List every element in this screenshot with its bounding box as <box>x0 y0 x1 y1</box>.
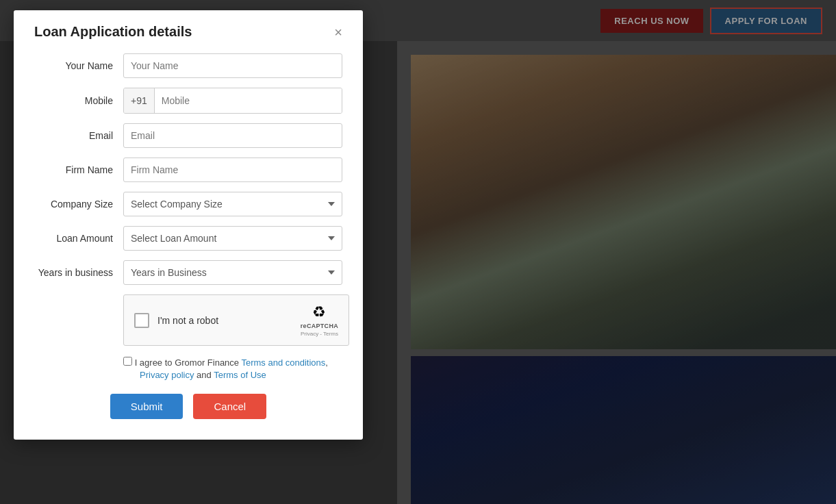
mobile-input[interactable] <box>155 88 342 113</box>
terms-line1: I agree to Gromor Finance Terms and cond… <box>123 355 342 368</box>
years-business-select[interactable]: Years in Business Less than 1 year 1-3 y… <box>123 260 342 285</box>
years-business-label: Years in business <box>34 267 123 278</box>
recaptcha-label: I'm not a robot <box>157 315 218 326</box>
recaptcha-left: I'm not a robot <box>134 313 218 328</box>
modal-title: Loan Application details <box>34 24 192 40</box>
recaptcha-box[interactable]: I'm not a robot ♻ reCAPTCHA Privacy - Te… <box>123 294 349 346</box>
terms-and: and <box>197 370 214 380</box>
firm-name-input[interactable] <box>123 158 342 182</box>
your-name-label: Your Name <box>34 60 123 71</box>
firm-name-label: Firm Name <box>34 164 123 175</box>
company-size-select[interactable]: Select Company Size 1-10 11-50 51-200 20… <box>123 192 342 216</box>
submit-button[interactable]: Submit <box>110 394 183 419</box>
company-size-label: Company Size <box>34 199 123 210</box>
your-name-input[interactable] <box>123 53 342 78</box>
terms-text1: I agree to Gromor Finance <box>135 357 242 368</box>
firm-name-group: Firm Name <box>34 158 342 182</box>
cancel-button[interactable]: Cancel <box>193 394 266 419</box>
mobile-label: Mobile <box>34 95 123 106</box>
terms-comma: , <box>325 357 328 368</box>
loan-amount-select[interactable]: Select Loan Amount Up to 5 Lakhs 5-10 La… <box>123 226 342 251</box>
recaptcha-privacy: Privacy - Terms <box>301 331 338 337</box>
mobile-input-wrapper: +91 <box>123 88 342 114</box>
terms-line2: Privacy policy and Terms of Use <box>140 370 342 380</box>
years-business-group: Years in business Years in Business Less… <box>34 260 342 285</box>
recaptcha-logo: ♻ reCAPTCHA Privacy - Terms <box>301 303 338 337</box>
loan-amount-group: Loan Amount Select Loan Amount Up to 5 L… <box>34 226 342 251</box>
terms-wrapper: I agree to Gromor Finance Terms and cond… <box>123 355 342 380</box>
button-row: Submit Cancel <box>34 394 342 419</box>
modal-header: Loan Application details × <box>34 24 342 40</box>
mobile-group: Mobile +91 <box>34 88 342 114</box>
modal-close-button[interactable]: × <box>334 25 342 39</box>
loan-application-modal: Loan Application details × Your Name Mob… <box>14 10 363 440</box>
recaptcha-icon: ♻ <box>312 303 326 321</box>
terms-link2[interactable]: Privacy policy <box>140 370 194 380</box>
email-input[interactable] <box>123 123 342 148</box>
company-size-group: Company Size Select Company Size 1-10 11… <box>34 192 342 216</box>
terms-link1[interactable]: Terms and conditions <box>241 357 325 368</box>
email-group: Email <box>34 123 342 148</box>
loan-amount-label: Loan Amount <box>34 233 123 244</box>
terms-link3[interactable]: Terms of Use <box>214 370 266 380</box>
mobile-prefix: +91 <box>124 88 155 113</box>
recaptcha-checkbox[interactable] <box>134 313 149 328</box>
terms-checkbox[interactable] <box>123 357 132 366</box>
your-name-group: Your Name <box>34 53 342 78</box>
email-label: Email <box>34 130 123 141</box>
recaptcha-wrapper: I'm not a robot ♻ reCAPTCHA Privacy - Te… <box>123 294 342 346</box>
recaptcha-brand: reCAPTCHA <box>301 323 338 329</box>
